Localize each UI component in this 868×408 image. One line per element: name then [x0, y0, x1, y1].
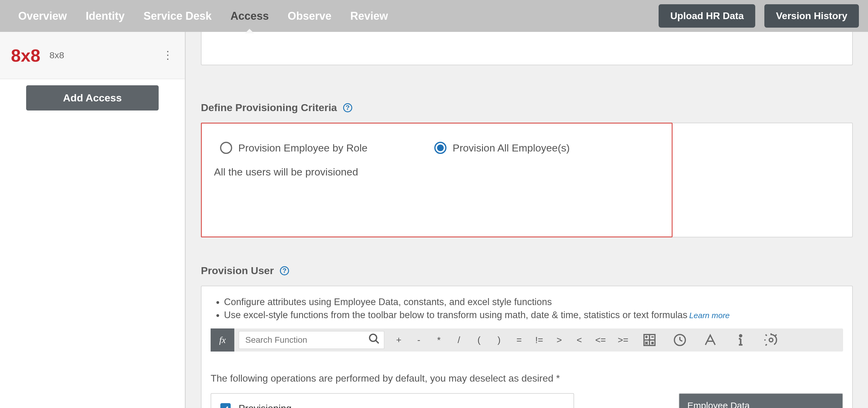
provisioning-checkbox[interactable]	[220, 403, 231, 408]
upload-hr-data-button[interactable]: Upload HR Data	[659, 4, 755, 28]
svg-point-16	[740, 335, 742, 337]
radio-all-label: Provision All Employee(s)	[453, 142, 569, 154]
svg-line-1	[376, 340, 379, 343]
radio-checked-icon	[434, 142, 446, 154]
provision-user-card: Configure attributes using Employee Data…	[201, 286, 853, 408]
fx-icon: fx	[211, 329, 234, 351]
op-gt[interactable]: >	[549, 335, 569, 345]
learn-more-link[interactable]: Learn more	[689, 311, 730, 320]
top-buttons: Upload HR Data Version History	[659, 4, 859, 28]
employee-data-header: Employee Data	[679, 394, 842, 408]
op-mult[interactable]: *	[429, 335, 449, 345]
radio-unchecked-icon	[220, 142, 232, 154]
op-lt[interactable]: <	[569, 335, 589, 345]
instruction-item: Configure attributes using Employee Data…	[224, 295, 843, 308]
instructions-list: Configure attributes using Employee Data…	[211, 295, 843, 322]
op-div[interactable]: /	[449, 335, 469, 345]
svg-line-23	[766, 335, 767, 336]
svg-line-24	[775, 335, 777, 336]
tab-access[interactable]: Access	[230, 10, 269, 23]
criteria-note: All the users will be provisioned	[214, 166, 659, 178]
op-neq[interactable]: !=	[529, 335, 549, 345]
help-icon[interactable]: ?	[343, 103, 352, 112]
op-lte[interactable]: <=	[589, 335, 612, 345]
op-eq[interactable]: =	[509, 335, 529, 345]
tab-list: Overview Identity Service Desk Access Ob…	[18, 10, 388, 23]
criteria-card: Provision Employee by Role Provision All…	[201, 123, 853, 237]
op-open-paren[interactable]: (	[469, 335, 489, 345]
tab-observe[interactable]: Observe	[287, 10, 331, 23]
op-plus[interactable]: +	[389, 335, 409, 345]
svg-point-0	[370, 334, 377, 341]
app-logo: 8x8	[11, 45, 40, 66]
criteria-title: Define Provisioning Criteria	[201, 102, 337, 113]
op-close-paren[interactable]: )	[489, 335, 509, 345]
text-icon[interactable]	[695, 333, 725, 347]
sidebar: 8x8 8x8 ⋮ Add Access	[0, 32, 186, 408]
tab-review[interactable]: Review	[350, 10, 388, 23]
tab-overview[interactable]: Overview	[18, 10, 67, 23]
main-content: Define Provisioning Criteria ? Provision…	[186, 32, 868, 408]
more-icon[interactable]: ⋮	[162, 49, 174, 62]
search-icon[interactable]	[368, 333, 380, 347]
math-grid-icon[interactable]	[634, 333, 665, 347]
op-minus[interactable]: -	[409, 335, 429, 345]
svg-point-20	[769, 338, 773, 342]
help-icon[interactable]: ?	[280, 266, 289, 275]
top-nav: Overview Identity Service Desk Access Ob…	[0, 0, 868, 32]
tab-identity[interactable]: Identity	[86, 10, 125, 23]
add-access-button[interactable]: Add Access	[26, 85, 159, 110]
app-name: 8x8	[50, 50, 64, 60]
search-function-input[interactable]	[239, 331, 384, 349]
function-toolbar: fx + - * / ( ) = != > <	[211, 329, 843, 351]
operations-box: Provisioning Deprovisioning Users will b…	[211, 393, 574, 408]
app-header: 8x8 8x8 ⋮	[0, 32, 185, 79]
svg-line-14	[680, 340, 682, 341]
radio-by-role-label: Provision Employee by Role	[238, 142, 367, 154]
settings-gear-icon[interactable]	[756, 333, 786, 347]
provision-user-title: Provision User	[201, 265, 274, 277]
clock-icon[interactable]	[665, 333, 695, 347]
svg-line-25	[766, 344, 767, 345]
radio-provision-by-role[interactable]: Provision Employee by Role	[220, 142, 367, 154]
version-history-button[interactable]: Version History	[764, 4, 859, 28]
criteria-highlight-box: Provision Employee by Role Provision All…	[201, 123, 673, 237]
operations-note: The following operations are performed b…	[211, 373, 843, 384]
employee-data-panel: Employee Data Mail (abc)	[679, 393, 843, 408]
tab-service-desk[interactable]: Service Desk	[144, 10, 212, 23]
radio-provision-all[interactable]: Provision All Employee(s)	[434, 142, 569, 154]
info-icon[interactable]	[725, 333, 756, 347]
previous-section-card	[201, 32, 853, 65]
provisioning-label: Provisioning	[239, 403, 291, 408]
op-gte[interactable]: >=	[612, 335, 634, 345]
instruction-item: Use excel-style functions from the toolb…	[224, 308, 843, 321]
